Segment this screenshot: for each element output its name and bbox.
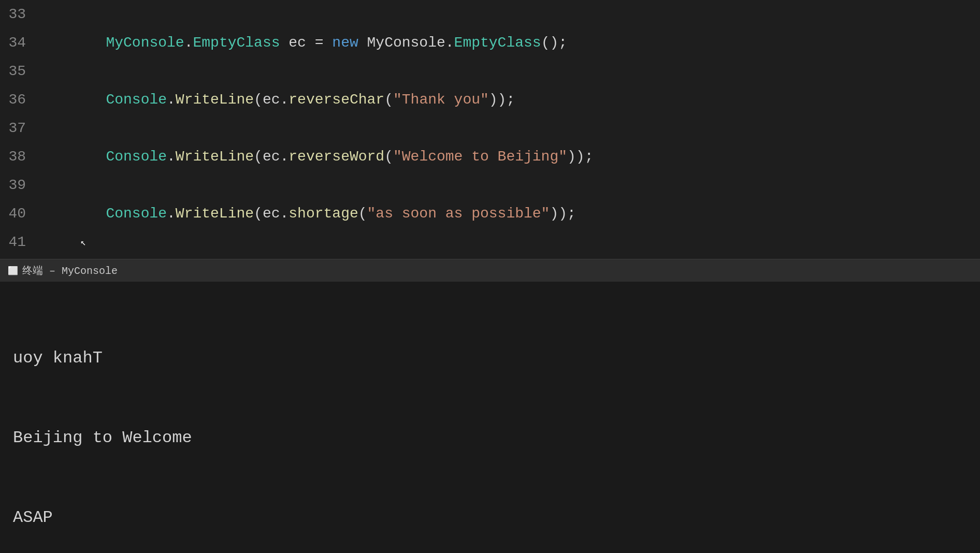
line-number-35: 35 <box>5 63 36 79</box>
line-content-38: Console.WriteLine(ec.reverseWord("Welcom… <box>36 133 593 181</box>
code-line-38: 38 Console.WriteLine(ec.reverseWord("Wel… <box>0 142 980 171</box>
arrow-cursor-icon: ↖ <box>80 237 86 248</box>
line-number-41: 41 <box>5 234 36 250</box>
line-number-38: 38 <box>5 149 36 165</box>
terminal-output: uoy knahT Beijing to Welcome ASAP 请输入平时成… <box>13 292 967 553</box>
terminal-title: 终端 – MyConsole <box>22 264 118 278</box>
code-line-40: 40 Console.WriteLine(ec.shortage("as soo… <box>0 199 980 228</box>
code-line-41: 41 ↖ <box>0 228 980 256</box>
line-number-37: 37 <box>5 120 36 136</box>
line-number-40: 40 <box>5 206 36 222</box>
line-number-36: 36 <box>5 92 36 108</box>
terminal-header: ⬜ 终端 – MyConsole <box>0 259 980 282</box>
line-number-33: 33 <box>5 6 36 22</box>
line-number-39: 39 <box>5 177 36 193</box>
terminal-icon: ⬜ <box>8 266 18 276</box>
line-content-36: Console.WriteLine(ec.reverseChar("Thank … <box>36 76 515 124</box>
terminal-line-1: uoy knahT <box>13 345 967 371</box>
terminal-line-3: ASAP <box>13 504 967 531</box>
editor-section: 33 34 MyConsole.EmptyClass ec = new MyCo… <box>0 0 980 259</box>
code-area: 33 34 MyConsole.EmptyClass ec = new MyCo… <box>0 0 980 259</box>
terminal-line-2: Beijing to Welcome <box>13 425 967 451</box>
line-content-34: MyConsole.EmptyClass ec = new MyConsole.… <box>36 19 567 67</box>
code-line-34: 34 MyConsole.EmptyClass ec = new MyConso… <box>0 28 980 57</box>
line-number-34: 34 <box>5 35 36 51</box>
code-line-36: 36 Console.WriteLine(ec.reverseChar("Tha… <box>0 85 980 114</box>
terminal-section[interactable]: uoy knahT Beijing to Welcome ASAP 请输入平时成… <box>0 282 980 553</box>
